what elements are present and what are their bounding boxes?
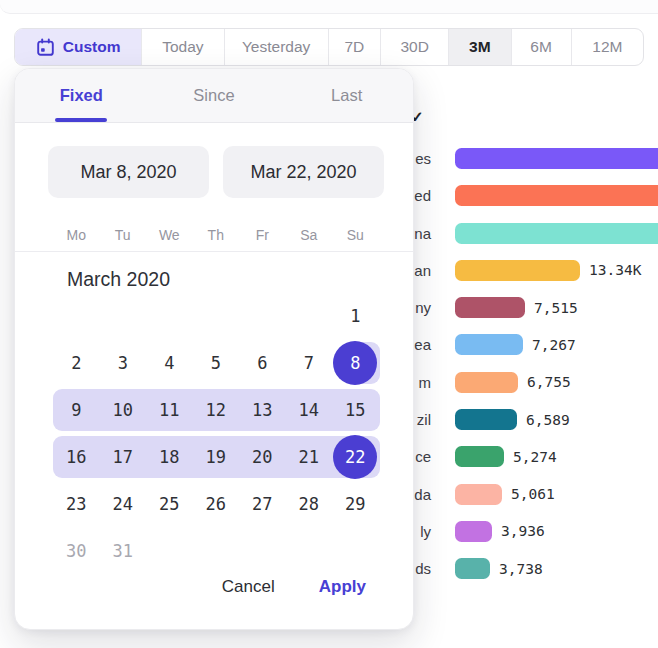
apply-button[interactable]: Apply [319,577,366,597]
calendar-day[interactable]: 29 [332,480,379,527]
date-picker-popup: Fixed Since Last Mar 8, 2020 Mar 22, 202… [14,68,414,630]
cancel-button[interactable]: Cancel [222,577,275,597]
calendar-day[interactable]: 7 [286,339,333,386]
active-tab-underline [55,118,107,122]
chart-bar[interactable] [455,484,502,505]
end-date-input[interactable]: Mar 22, 2020 [223,146,384,198]
calendar-day[interactable]: 21 [286,433,333,480]
chart-bar[interactable] [455,558,490,579]
tab-since[interactable]: Since [148,69,281,122]
page: Custom Today Yesterday 7D 30D 3M 6M 12M … [0,0,658,648]
chart-bar[interactable] [455,334,523,355]
calendar-day[interactable]: 23 [53,480,100,527]
calendar-day[interactable]: 6 [239,339,286,386]
popup-footer: Cancel Apply [15,577,413,597]
toolbar-item-yesterday[interactable]: Yesterday [224,29,328,65]
calendar-day[interactable]: 5 [193,339,240,386]
calendar-day[interactable]: 27 [239,480,286,527]
weekday-header: Mo Tu We Th Fr Sa Su [15,225,413,252]
toolbar-item-custom[interactable]: Custom [15,29,141,65]
month-title: March 2020 [67,268,170,291]
toolbar-item-3m[interactable]: 3M [448,29,510,65]
start-date-input[interactable]: Mar 8, 2020 [48,146,209,198]
calendar-day: 30 [53,527,100,574]
chart-bar[interactable] [455,148,658,169]
chart-row-value: 5,274 [513,449,557,465]
calendar-day[interactable]: 14 [286,386,333,433]
calendar-day[interactable]: 26 [193,480,240,527]
calendar-day[interactable]: 11 [146,386,193,433]
chart-row-value: 5,061 [511,486,555,502]
calendar-day[interactable]: 15 [332,386,379,433]
chart-row-value: 7,267 [532,337,576,353]
calendar-day[interactable]: 19 [193,433,240,480]
calendar-day[interactable]: 18 [146,433,193,480]
calendar-day[interactable]: 3 [100,339,147,386]
toolbar-item-today[interactable]: Today [141,29,223,65]
chart-bar[interactable] [455,297,525,318]
toolbar-item-12m[interactable]: 12M [571,29,643,65]
chart-bar[interactable] [455,521,492,542]
chart-row-value: 13.34K [589,262,641,278]
chart-row-value: 3,936 [501,523,545,539]
calendar-day[interactable]: 17 [100,433,147,480]
top-card-edge [0,0,658,14]
toolbar-item-30d[interactable]: 30D [380,29,448,65]
chart-bar[interactable] [455,260,580,281]
calendar-day[interactable]: 24 [100,480,147,527]
chart-row-value: 6,755 [527,374,571,390]
tab-fixed[interactable]: Fixed [15,69,148,122]
toolbar-item-7d[interactable]: 7D [328,29,380,65]
calendar-day[interactable]: 22 [333,435,377,479]
chart-bar[interactable] [455,223,658,244]
calendar-day[interactable]: 4 [146,339,193,386]
calendar-day[interactable]: 13 [239,386,286,433]
toolbar-item-label: Custom [63,38,121,56]
chart-bar[interactable] [455,446,504,467]
calendar-day[interactable]: 12 [193,386,240,433]
chart-bar[interactable] [455,372,518,393]
calendar-day: 31 [100,527,147,574]
calendar-day[interactable]: 20 [239,433,286,480]
calendar-day[interactable]: 1 [332,292,379,339]
date-picker-tabs: Fixed Since Last [15,69,413,123]
calendar-grid: 1 2 3 4 5 6 7 8 9 10 11 12 [53,292,379,574]
calendar-day[interactable]: 28 [286,480,333,527]
calendar-day[interactable]: 9 [53,386,100,433]
calendar-day[interactable]: 8 [333,341,377,385]
chart-row-value: 7,515 [534,300,578,316]
chart-bar[interactable] [455,185,658,206]
calendar-icon [36,38,55,57]
chart-row-value: 3,738 [499,561,543,577]
calendar-day[interactable]: 25 [146,480,193,527]
calendar-day[interactable]: 10 [100,386,147,433]
tab-last[interactable]: Last [280,69,413,122]
calendar-day[interactable]: 2 [53,339,100,386]
calendar-day[interactable]: 16 [53,433,100,480]
chart-bar[interactable] [455,409,517,430]
date-range-toolbar: Custom Today Yesterday 7D 30D 3M 6M 12M [14,28,644,66]
chart-row-value: 6,589 [526,412,570,428]
toolbar-item-6m[interactable]: 6M [511,29,571,65]
